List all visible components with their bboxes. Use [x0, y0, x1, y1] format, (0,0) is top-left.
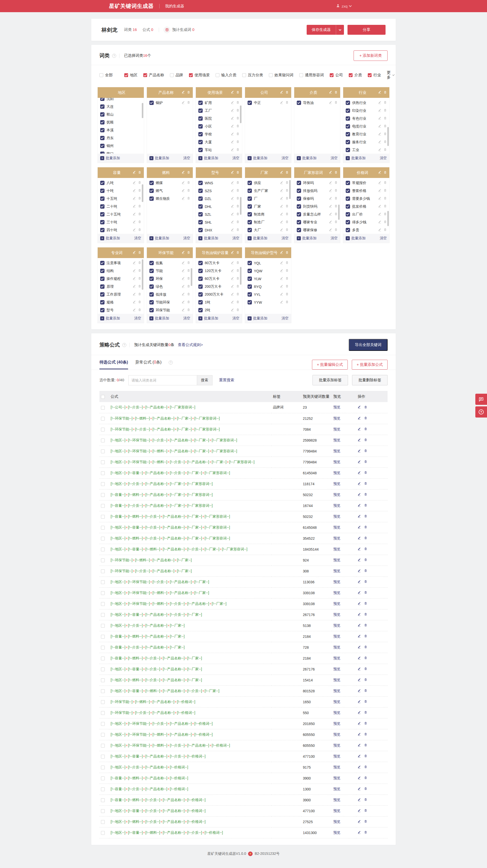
edit-icon[interactable] [378, 101, 381, 105]
batch-add-button[interactable]: +批量添加 [248, 236, 267, 241]
word-item-checkbox[interactable] [346, 204, 350, 209]
tab-pending-formulas[interactable]: 待选公式 (40条) [99, 360, 128, 369]
edit-icon[interactable] [133, 261, 136, 265]
delete-icon[interactable] [364, 427, 367, 431]
edit-icon[interactable] [231, 292, 234, 297]
edit-icon[interactable] [357, 613, 361, 617]
clear-button[interactable]: 清空 [134, 316, 141, 321]
delete-icon[interactable] [285, 189, 289, 193]
filter-checkbox[interactable] [299, 73, 303, 77]
delete-icon[interactable] [236, 251, 239, 255]
delete-icon[interactable] [285, 170, 289, 175]
word-item-checkbox[interactable] [346, 148, 350, 152]
delete-icon[interactable] [187, 91, 190, 95]
filter-公司[interactable]: 公司 [330, 73, 343, 78]
delete-icon[interactable] [364, 569, 367, 573]
delete-icon[interactable] [364, 536, 367, 540]
edit-icon[interactable] [357, 449, 361, 453]
word-item-checkbox[interactable] [346, 140, 350, 144]
delete-icon[interactable] [236, 189, 239, 193]
delete-icon[interactable] [236, 277, 239, 281]
edit-icon[interactable] [357, 689, 361, 693]
row-checkbox[interactable] [101, 569, 105, 573]
delete-icon[interactable] [364, 721, 367, 726]
clear-button[interactable]: 清空 [331, 156, 338, 160]
edit-icon[interactable] [378, 140, 381, 144]
delete-icon[interactable] [334, 189, 338, 193]
delete-icon[interactable] [364, 623, 367, 628]
edit-icon[interactable] [280, 228, 283, 232]
delete-icon[interactable] [187, 196, 190, 201]
edit-icon[interactable] [329, 91, 332, 95]
edit-icon[interactable] [357, 711, 361, 715]
batch-add-button[interactable]: +批量添加 [100, 236, 120, 241]
scrollbar-thumb[interactable] [240, 105, 241, 123]
word-item-checkbox[interactable] [297, 189, 301, 193]
row-checkbox[interactable] [101, 548, 105, 551]
batch-add-button[interactable]: +批量添加 [100, 316, 120, 321]
preview-link[interactable]: 预览 [333, 787, 340, 791]
delete-icon[interactable] [138, 189, 141, 193]
delete-icon[interactable] [364, 819, 367, 824]
delete-icon[interactable] [364, 831, 367, 835]
edit-icon[interactable] [280, 197, 283, 201]
row-checkbox[interactable] [101, 700, 105, 704]
edit-icon[interactable] [231, 140, 234, 144]
edit-icon[interactable] [181, 292, 185, 297]
word-item-checkbox[interactable] [346, 132, 350, 136]
preview-link[interactable]: 预览 [333, 547, 340, 551]
edit-icon[interactable] [280, 301, 283, 305]
edit-icon[interactable] [329, 189, 332, 193]
delete-icon[interactable] [138, 277, 141, 281]
row-checkbox[interactable] [101, 580, 105, 584]
delete-icon[interactable] [334, 220, 338, 224]
preview-link[interactable]: 预览 [333, 536, 340, 540]
word-item-checkbox[interactable] [297, 196, 301, 201]
edit-icon[interactable] [357, 645, 361, 649]
delete-icon[interactable] [236, 228, 239, 232]
edit-icon[interactable] [357, 733, 361, 737]
user-menu[interactable]: zxq [336, 4, 351, 8]
edit-icon[interactable] [357, 526, 361, 530]
edit-icon[interactable] [231, 124, 234, 128]
delete-icon[interactable] [334, 228, 338, 232]
preview-link[interactable]: 预览 [333, 601, 340, 606]
edit-icon[interactable] [133, 301, 136, 305]
edit-icon[interactable] [133, 189, 136, 193]
delete-icon[interactable] [364, 656, 367, 660]
edit-icon[interactable] [280, 277, 283, 281]
scrollbar-thumb[interactable] [387, 127, 389, 146]
filter-通用形容词[interactable]: 通用形容词 [299, 73, 324, 78]
edit-icon[interactable] [357, 776, 361, 780]
scrollbar-thumb[interactable] [142, 184, 143, 202]
edit-icon[interactable] [181, 197, 185, 201]
row-checkbox[interactable] [101, 471, 105, 475]
word-item-checkbox[interactable] [100, 196, 105, 201]
filter-checkbox[interactable] [143, 73, 147, 77]
edit-icon[interactable] [231, 148, 234, 152]
delete-icon[interactable] [187, 269, 190, 273]
edit-icon[interactable] [231, 220, 234, 224]
row-checkbox[interactable] [101, 613, 105, 617]
preview-link[interactable]: 预览 [333, 514, 340, 519]
word-item-checkbox[interactable] [248, 228, 252, 232]
word-item-checkbox[interactable] [198, 212, 203, 216]
delete-icon[interactable] [364, 733, 367, 737]
search-button[interactable]: 搜索 [197, 375, 212, 385]
edit-icon[interactable] [280, 212, 283, 216]
row-checkbox[interactable] [101, 678, 105, 682]
export-keywords-button[interactable]: 导出全部关键词 [349, 339, 388, 351]
word-item-checkbox[interactable] [100, 261, 105, 265]
edit-icon[interactable] [231, 251, 234, 255]
row-checkbox[interactable] [101, 635, 105, 639]
edit-icon[interactable] [231, 91, 234, 95]
word-item-checkbox[interactable] [248, 292, 252, 297]
edit-icon[interactable] [329, 170, 332, 175]
edit-icon[interactable] [357, 515, 361, 519]
scrollbar-thumb[interactable] [142, 103, 143, 118]
word-item-checkbox[interactable] [346, 212, 350, 216]
row-checkbox[interactable] [101, 711, 105, 715]
delete-icon[interactable] [364, 700, 367, 704]
edit-icon[interactable] [181, 91, 185, 95]
row-checkbox[interactable] [101, 428, 105, 431]
